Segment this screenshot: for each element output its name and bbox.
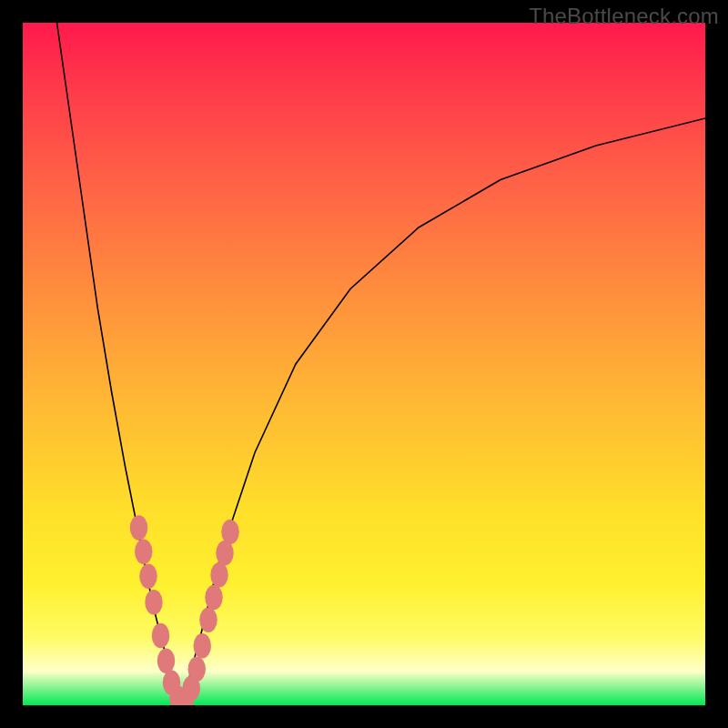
marker-dot bbox=[221, 520, 239, 544]
marker-dot bbox=[135, 540, 153, 564]
marker-dot bbox=[130, 515, 148, 540]
marker-dot bbox=[157, 649, 176, 673]
marker-dot bbox=[216, 541, 234, 565]
plot-area bbox=[23, 23, 705, 705]
chart-frame: TheBottleneck.com bbox=[0, 0, 728, 728]
marker-dot bbox=[205, 585, 223, 610]
marker-dot bbox=[152, 623, 170, 648]
watermark-text: TheBottleneck.com bbox=[529, 4, 719, 29]
marker-dot bbox=[145, 590, 163, 614]
curves-svg bbox=[23, 23, 705, 705]
marker-dot bbox=[188, 657, 207, 682]
marker-group bbox=[130, 515, 239, 705]
left-curve bbox=[57, 23, 182, 705]
marker-dot bbox=[199, 608, 217, 632]
marker-dot bbox=[210, 562, 228, 587]
right-curve bbox=[182, 118, 705, 705]
marker-dot bbox=[139, 564, 157, 589]
marker-dot bbox=[194, 633, 212, 658]
